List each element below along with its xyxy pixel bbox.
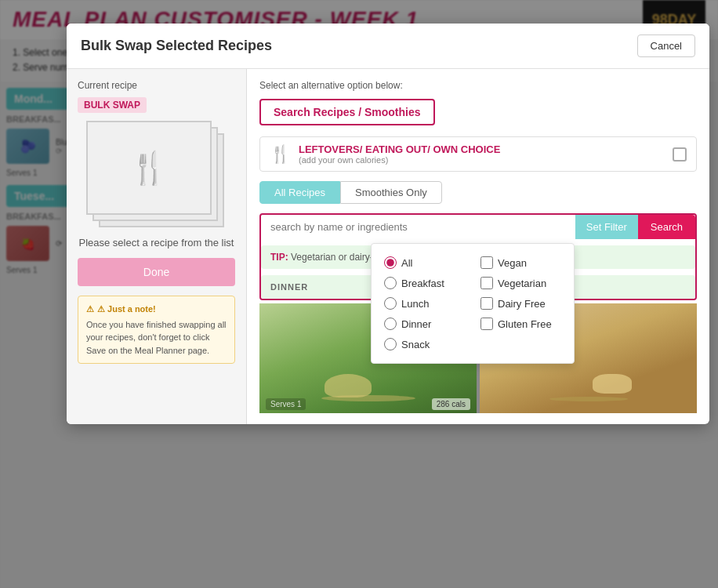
filter-options-grid: All Vegan Breakfast Vegetarian	[384, 256, 561, 350]
filter-all[interactable]: All	[384, 256, 465, 269]
filter-dinner-radio[interactable]	[384, 318, 397, 330]
filter-breakfast-radio[interactable]	[384, 277, 397, 289]
leftovers-title: LEFTOVERS/ EATING OUT/ OWN CHOICE	[299, 143, 500, 155]
bulk-swap-badge: BULK SWAP	[78, 97, 147, 113]
current-recipe-label: Current recipe	[78, 80, 235, 91]
modal-header: Bulk Swap Selected Recipes Cancel	[67, 24, 709, 69]
search-row: Set Filter Search	[261, 215, 695, 239]
left-panel: Current recipe BULK SWAP 🍴 Please select…	[67, 69, 247, 424]
search-button[interactable]: Search	[638, 215, 695, 239]
done-button[interactable]: Done	[78, 258, 235, 286]
search-area: Set Filter Search TIP: Vegetarian or dai…	[259, 213, 697, 300]
filter-lunch[interactable]: Lunch	[384, 297, 465, 310]
filter-lunch-radio[interactable]	[384, 297, 397, 310]
note-title: ⚠ ⚠ Just a note!	[86, 303, 227, 316]
filter-snack[interactable]: Snack	[384, 338, 465, 350]
filter-dinner[interactable]: Dinner	[384, 318, 465, 330]
filter-dairy-free[interactable]: Dairy Free	[480, 297, 561, 310]
leftovers-checkbox[interactable]	[673, 147, 687, 162]
filter-gluten-free-checkbox[interactable]	[480, 318, 493, 330]
modal-title: Bulk Swap Selected Recipes	[81, 38, 272, 54]
cancel-button[interactable]: Cancel	[637, 34, 695, 57]
filter-breakfast[interactable]: Breakfast	[384, 277, 465, 289]
filter-gluten-free[interactable]: Gluten Free	[480, 318, 561, 330]
bulk-swap-modal: Bulk Swap Selected Recipes Cancel Curren…	[67, 24, 709, 424]
food-serves-1: Serves 1	[266, 398, 306, 410]
tab-all-recipes[interactable]: All Recipes	[259, 181, 340, 204]
search-input[interactable]	[261, 215, 575, 239]
filter-vegan[interactable]: Vegan	[480, 256, 561, 269]
leftovers-text: LEFTOVERS/ EATING OUT/ OWN CHOICE (add y…	[299, 143, 500, 165]
leftovers-cutlery-icon: 🍴	[270, 144, 291, 165]
search-recipes-tab[interactable]: Search Recipes / Smoothies	[259, 99, 435, 125]
select-alternative-label: Select an alternative option below:	[259, 80, 697, 91]
tip-label: TIP:	[270, 252, 288, 263]
filter-snack-radio[interactable]	[384, 338, 397, 350]
cutlery-icon: 🍴	[129, 150, 169, 187]
filter-vegetarian[interactable]: Vegetarian	[480, 277, 561, 289]
paper-front: 🍴	[86, 121, 212, 215]
filter-dropdown: All Vegan Breakfast Vegetarian	[371, 243, 575, 364]
filter-dairy-free-checkbox[interactable]	[480, 297, 493, 310]
set-filter-button[interactable]: Set Filter	[575, 215, 638, 239]
recipe-placeholder-stack: 🍴	[86, 121, 227, 230]
filter-vegetarian-checkbox[interactable]	[480, 277, 493, 289]
modal-body: Current recipe BULK SWAP 🍴 Please select…	[67, 69, 709, 424]
recipe-filter-tabs: All Recipes Smoothies Only	[259, 181, 697, 204]
warning-icon: ⚠	[86, 303, 94, 316]
tab-smoothies-only[interactable]: Smoothies Only	[340, 181, 442, 204]
filter-vegan-checkbox[interactable]	[480, 256, 493, 269]
food-cals-1: 286 cals	[432, 398, 470, 410]
leftovers-sub: (add your own calories)	[299, 155, 500, 165]
filter-all-radio[interactable]	[384, 256, 397, 269]
dinner-label: DINNER	[270, 282, 308, 292]
note-body: Once you have finished swapping all your…	[86, 318, 227, 358]
note-box: ⚠ ⚠ Just a note! Once you have finished …	[78, 296, 235, 364]
select-recipe-text: Please select a recipe from the list	[78, 237, 235, 249]
right-panel: Select an alternative option below: Sear…	[247, 69, 709, 424]
leftovers-row[interactable]: 🍴 LEFTOVERS/ EATING OUT/ OWN CHOICE (add…	[259, 136, 697, 172]
